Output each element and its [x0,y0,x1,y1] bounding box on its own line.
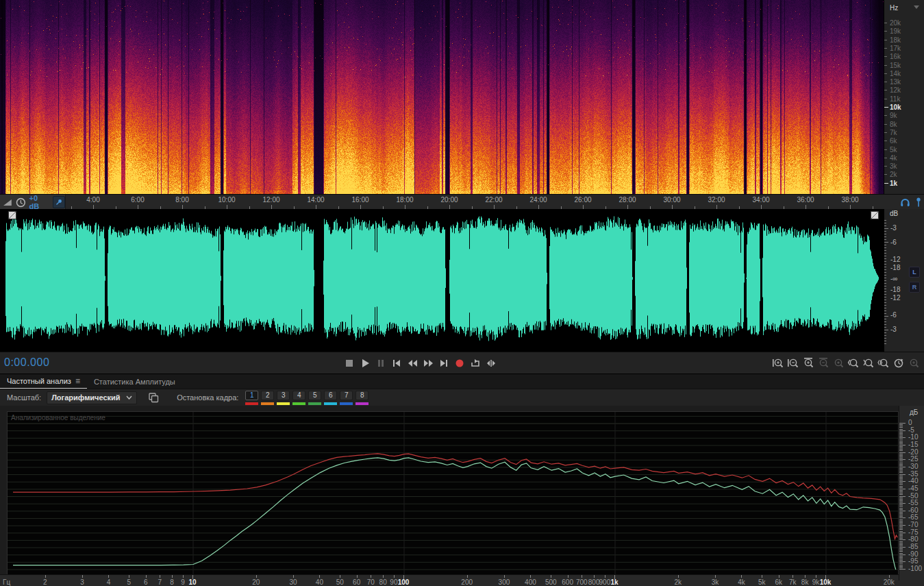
frequency-axis-tick [319,575,320,578]
hold-frame-6[interactable]: 6 [324,391,337,405]
frequency-scale-label: 5k [890,146,897,154]
frequency-axis-label: 10 [188,578,196,586]
frequency-axis-label: 20k [884,578,895,586]
hold-frame-5[interactable]: 5 [308,391,321,405]
corner-grip-icon[interactable] [871,211,879,219]
hold-frame-7[interactable]: 7 [340,391,353,405]
skip-to-start-button[interactable] [390,355,403,371]
hold-frame-button-3[interactable]: 3 [277,391,290,400]
decibel-axis-tick [899,454,903,454]
hold-frame-button-8[interactable]: 8 [355,391,369,400]
zoom-in-at-in-point-button[interactable] [847,356,860,370]
hold-frame-button-1[interactable]: 1 [245,391,258,400]
skip-selection-button[interactable] [484,355,497,371]
zoom-to-selection-button[interactable] [877,356,890,370]
hold-frame-button-6[interactable]: 6 [324,391,337,400]
rewind-button[interactable] [405,355,419,371]
headphones-icon[interactable] [900,197,910,208]
frequency-axis-label: 600 [562,578,573,586]
frequency-scale-tick [884,31,887,32]
volume-envelope-icon[interactable] [3,198,12,206]
frequency-scale-label: 20k [890,19,901,27]
zoom-in-time-button[interactable] [801,356,814,370]
amplitude-scale-label: -18 [890,286,900,293]
timeline-time-label: 6:00 [131,196,144,204]
pin-button[interactable] [53,196,65,208]
hold-frame-2[interactable]: 2 [261,391,274,405]
pause-button[interactable] [374,355,387,371]
channel-button-r[interactable]: R [909,282,920,293]
bottom-panel-tabs: Частотный анализ ≡ Статистика Амплитуды [0,374,924,389]
decibel-axis-tick [899,476,903,476]
hold-frame-button-5[interactable]: 5 [308,391,321,400]
gain-value[interactable]: +0 dB [29,194,50,210]
playhead-time[interactable]: 0:00.000 [4,356,49,369]
audio-editor-window: Hz 20k19k18k17k16k15k14k13k12k11k10k9k8k… [0,0,924,586]
play-button[interactable] [358,355,371,371]
tab-amplitude-statistics[interactable]: Статистика Амплитуды [87,374,182,389]
hold-frame-button-2[interactable]: 2 [261,391,274,400]
corner-grip-icon[interactable] [8,211,16,219]
spectrogram-display[interactable] [0,0,884,194]
zoom-in-at-out-point-button[interactable] [862,356,875,370]
frequency-scale-unit: Hz [890,4,898,12]
timeline-time-label: 14:00 [307,196,324,204]
decibel-axis-tick [899,496,906,497]
decibel-axis-tick [899,439,903,439]
zoom-reset-button[interactable] [832,356,845,370]
hold-frame-1[interactable]: 1 [245,391,258,405]
frequency-scale-tick [884,73,887,74]
zoom-full-button[interactable] [907,356,920,370]
amplitude-scale-tick [884,321,886,322]
hold-frame-4[interactable]: 4 [292,391,305,405]
hold-frame-8[interactable]: 8 [355,391,369,405]
amplitude-scale-tick [884,335,886,336]
decibel-axis-tick [899,551,903,552]
chevron-down-icon[interactable] [914,5,919,9]
frequency-chart[interactable]: Анализированное выделение [7,411,899,576]
record-button[interactable] [453,355,466,371]
timeline-time-label: 4:00 [86,196,99,204]
decibel-axis-tick [899,550,903,550]
frequency-scale-tick [884,149,887,150]
thumbtack-icon[interactable] [914,197,923,208]
timeline-ruler[interactable]: +0 dB 4:006:008:0010:0012:0014:0016:0018… [0,194,924,209]
amplitude-scale: dB -3-6-12-18-∞-18-12-6-3LR [884,209,924,352]
frequency-axis-label: 6 [144,578,148,586]
decibel-axis-tick [899,455,903,456]
zoom-history-button[interactable] [892,356,905,370]
decibel-axis-tick [899,448,903,448]
hold-frame-button-7[interactable]: 7 [340,391,353,400]
loop-playback-button[interactable] [469,355,482,371]
frequency-axis-tick [551,575,551,578]
zoom-in-amplitude-button[interactable] [771,356,784,370]
decibel-axis-tick [899,508,903,509]
panel-menu-icon[interactable]: ≡ [75,376,80,386]
tab-frequency-analysis[interactable]: Частотный анализ ≡ [0,374,87,389]
amplitude-scale-tick [884,338,886,339]
zoom-out-time-button[interactable] [816,356,829,370]
zoom-out-amplitude-button[interactable] [786,356,799,370]
loop-playback-icon [469,357,482,369]
timeline-time-label: 26:00 [574,196,591,204]
hold-frame-button-4[interactable]: 4 [292,391,305,400]
frequency-scale-label: 14k [890,70,901,77]
scale-dropdown[interactable]: Логарифмический [47,391,137,404]
clock-icon[interactable] [16,197,26,208]
amplitude-scale-tick [884,231,886,232]
hold-frame-3[interactable]: 3 [277,391,290,405]
decibel-axis-tick [899,557,903,558]
frequency-axis: Гц 2345678910203040506070809010020030040… [0,574,924,586]
channel-button-l[interactable]: L [909,267,920,278]
fast-forward-button[interactable] [421,355,434,371]
decibel-axis-label: -10 [908,433,918,441]
decibel-axis-tick [899,446,903,447]
waveform-display[interactable] [0,209,884,352]
frequency-scale-label: 13k [890,78,901,86]
skip-to-end-button[interactable] [437,355,450,371]
decibel-axis-tick [899,426,903,426]
decibel-axis-tick [899,547,906,548]
stop-button[interactable] [342,355,355,371]
timeline-right-buttons [900,195,923,209]
copy-icon[interactable] [148,392,159,403]
